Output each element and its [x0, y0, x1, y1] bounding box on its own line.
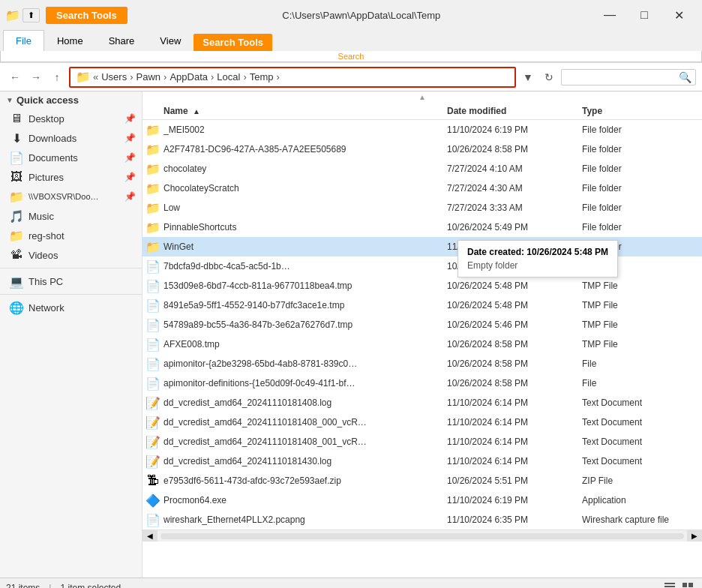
- tab-view[interactable]: View: [147, 30, 194, 51]
- details-view-icon: [664, 583, 675, 589]
- up-button[interactable]: ↑: [48, 68, 66, 86]
- sidebar-item-videos[interactable]: 📽 Videos: [0, 245, 142, 265]
- scroll-right-btn[interactable]: ▶: [687, 530, 702, 542]
- scroll-left-btn[interactable]: ◀: [142, 530, 158, 542]
- table-row[interactable]: 📄 153d09e8-6bd7-4ccb-811a-96770118bea4.t…: [142, 276, 702, 296]
- pcapng-icon: 📄: [142, 513, 164, 527]
- ribbon-tabs: File Home Share View Search Tools: [0, 30, 702, 51]
- file-date: 11/10/2024 6:14 PM: [447, 398, 582, 408]
- sidebar-divider: [0, 268, 142, 268]
- table-row[interactable]: 📝 dd_vcredist_amd64_20241110181408.log 1…: [142, 393, 702, 412]
- large-icons-view-button[interactable]: [680, 580, 696, 589]
- maximize-button[interactable]: □: [627, 4, 662, 26]
- tab-file[interactable]: File: [3, 30, 44, 51]
- documents-icon: 📄: [9, 150, 24, 165]
- folder-icon-selected: 📁: [142, 240, 164, 254]
- file-type: Application: [582, 495, 702, 506]
- sidebar-item-pictures[interactable]: 🖼 Pictures 📌: [0, 167, 142, 187]
- breadcrumb-pawn[interactable]: Pawn: [136, 71, 161, 82]
- dropdown-button[interactable]: ▼: [519, 68, 537, 86]
- table-row[interactable]: 📁 ChocolateyScratch 7/27/2024 4:30 AM Fi…: [142, 178, 702, 198]
- tab-share[interactable]: Share: [96, 30, 148, 51]
- tmp-icon: 📄: [142, 260, 164, 274]
- details-view-button[interactable]: [662, 580, 678, 589]
- table-row[interactable]: 📄 54789a89-bc55-4a36-847b-3e62a76276d7.t…: [142, 315, 702, 334]
- pin-icon: 📌: [124, 152, 136, 163]
- table-row[interactable]: 📄 wireshark_Ethernet4PLLX2.pcapng 11/10/…: [142, 510, 702, 530]
- tab-home[interactable]: Home: [44, 30, 96, 51]
- sidebar-item-documents[interactable]: 📄 Documents 📌: [0, 148, 142, 167]
- file-name: dd_vcredist_amd64_20241110181408.log: [164, 398, 447, 408]
- breadcrumb-appdata[interactable]: AppData: [170, 71, 208, 82]
- sidebar-item-thispc[interactable]: 💻 This PC: [0, 272, 142, 291]
- file-name: 153d09e8-6bd7-4ccb-811a-96770118bea4.tmp: [164, 280, 447, 291]
- file-date: 11/10/2024 6:14 PM: [447, 456, 582, 466]
- desktop-icon: 🖥: [9, 111, 24, 126]
- file-type: File: [582, 378, 702, 388]
- table-row[interactable]: 📁 PinnableShortcuts 10/26/2024 5:49 PM F…: [142, 218, 702, 237]
- table-row[interactable]: 📝 dd_vcredist_amd64_20241110181408_001_v…: [142, 432, 702, 452]
- horizontal-scrollbar[interactable]: ◀ ▶: [142, 530, 702, 542]
- sidebar-item-music[interactable]: 🎵 Music: [0, 206, 142, 226]
- breadcrumb-local[interactable]: Local: [217, 71, 240, 82]
- table-row[interactable]: 📄 8491e5a9-5ff1-4552-9140-b77dfc3ace1e.t…: [142, 296, 702, 315]
- table-row[interactable]: 📝 dd_vcredist_amd64_20241110181430.log 1…: [142, 452, 702, 471]
- column-date[interactable]: Date modified: [447, 106, 582, 116]
- sidebar-item-regshot[interactable]: 📁 reg-shot: [0, 226, 142, 245]
- column-name[interactable]: Name ▲: [142, 106, 447, 116]
- file-name: _MEI5002: [164, 124, 447, 135]
- file-date: 11/10/2024 6:19 PM: [447, 124, 582, 135]
- search-tools-tab[interactable]: Search Tools: [46, 7, 128, 24]
- tmp-icon: 📄: [142, 279, 164, 293]
- file-type: File folder: [582, 144, 702, 154]
- search-input[interactable]: [566, 72, 679, 82]
- minimize-button[interactable]: —: [592, 4, 627, 26]
- breadcrumb-temp[interactable]: Temp: [250, 71, 274, 82]
- ribbon-search-sublabel[interactable]: Search: [0, 51, 702, 62]
- column-type[interactable]: Type: [582, 106, 702, 116]
- forward-button[interactable]: →: [27, 68, 45, 86]
- file-type: File folder: [582, 164, 702, 174]
- breadcrumb[interactable]: 📁 « Users › Pawn › AppData › Local › Tem…: [69, 67, 516, 88]
- table-row[interactable]: 📁 A2F74781-DC96-427A-A385-A7A2EE505689 1…: [142, 140, 702, 159]
- table-row[interactable]: 📄 7bdcfa9d-dbbc-4ca5-ac5d-1b… 10/26/2024…: [142, 256, 702, 276]
- breadcrumb-users[interactable]: Users: [101, 71, 127, 82]
- search-icon[interactable]: 🔍: [679, 71, 692, 83]
- icons-view-icon: [682, 583, 693, 589]
- sidebar-item-downloads[interactable]: ⬇ Downloads 📌: [0, 128, 142, 148]
- table-row[interactable]: 🗜 e7953df6-5611-473d-afdc-93c72e593aef.z…: [142, 471, 702, 490]
- ribbon-search-tools-label[interactable]: Search Tools: [194, 34, 272, 51]
- file-name-winget: WinGet: [164, 242, 447, 252]
- table-row[interactable]: 📝 dd_vcredist_amd64_20241110181408_000_v…: [142, 412, 702, 432]
- file-date: 11/10/2024 6:14 PM: [447, 417, 582, 428]
- search-box[interactable]: 🔍: [561, 69, 696, 86]
- table-row-winget[interactable]: 📁 WinGet 11/10/2024 6:02 PM File folder: [142, 237, 702, 256]
- file-date: 10/26/2024 5:49 PM: [447, 222, 582, 232]
- file-icon: 📄: [142, 357, 164, 371]
- app-icon: 📁: [6, 8, 20, 22]
- table-row[interactable]: 📄 apimonitor-definitions-{1e50d09f-0c49-…: [142, 374, 702, 393]
- tmp-icon: 📄: [142, 318, 164, 332]
- quick-access-toolbar[interactable]: ⬆: [22, 8, 40, 22]
- sidebar-item-vboxsvr[interactable]: 📁 \\VBOXSVR\Doo… 📌: [0, 187, 142, 206]
- table-row[interactable]: 📁 Low 7/27/2024 3:33 AM File folder: [142, 198, 702, 218]
- refresh-button[interactable]: ↻: [540, 68, 558, 86]
- file-name: A2F74781-DC96-427A-A385-A7A2EE505689: [164, 144, 447, 154]
- pin-icon: 📌: [124, 113, 136, 124]
- sidebar-item-network[interactable]: 🌐 Network: [0, 298, 142, 317]
- file-date: 10/26/2024 5:48 PM: [447, 300, 582, 310]
- table-row[interactable]: 📁 _MEI5002 11/10/2024 6:19 PM File folde…: [142, 120, 702, 140]
- pin-icon: 📌: [124, 133, 136, 143]
- file-type: File folder: [582, 202, 702, 213]
- regshot-icon: 📁: [9, 228, 24, 243]
- folder-icon: 📁: [142, 162, 164, 176]
- file-date: 10/26/2024 8:58 PM: [447, 339, 582, 350]
- table-row[interactable]: 📁 chocolatey 7/27/2024 4:10 AM File fold…: [142, 159, 702, 178]
- sidebar-item-desktop[interactable]: 🖥 Desktop 📌: [0, 109, 142, 128]
- table-row[interactable]: 🔷 Procmon64.exe 11/10/2024 6:19 PM Appli…: [142, 490, 702, 510]
- quick-access-header[interactable]: ▼ Quick access: [0, 92, 142, 109]
- back-button[interactable]: ←: [6, 68, 24, 86]
- table-row[interactable]: 📄 AFXE008.tmp 10/26/2024 8:58 PM TMP Fil…: [142, 334, 702, 354]
- close-button[interactable]: ✕: [662, 4, 696, 26]
- table-row[interactable]: 📄 apimonitor-{a2be3298-65bd-4ab8-8781-83…: [142, 354, 702, 374]
